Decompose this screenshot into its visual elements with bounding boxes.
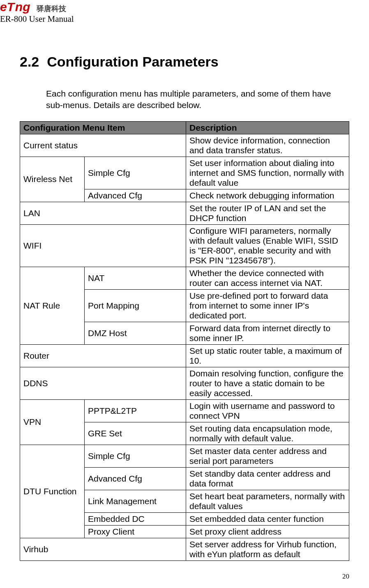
section-intro: Each configuration menu has multiple par… — [46, 88, 349, 111]
cell-desc: Set master data center address and seria… — [186, 445, 349, 467]
cell-sub: Embedded DC — [85, 512, 186, 525]
cell-desc: Set proxy client address — [186, 525, 349, 538]
section-heading: Configuration Parameters — [47, 54, 219, 69]
cell-menu: Router — [20, 344, 186, 367]
cell-sub: Advanced Cfg — [85, 467, 186, 490]
cell-menu: WIFI — [20, 224, 186, 267]
cell-desc: Forward data from internet directly to s… — [186, 322, 349, 344]
page-number: 20 — [342, 572, 349, 581]
table-row: DTU Function Simple Cfg Set master data … — [20, 445, 349, 467]
cell-sub: PPTP&L2TP — [85, 399, 186, 422]
th-menu: Configuration Menu Item — [20, 121, 186, 134]
cell-desc: Show device information, connection and … — [186, 134, 349, 157]
cell-menu: DDNS — [20, 367, 186, 399]
section-title: 2.2 Configuration Parameters — [20, 54, 349, 70]
page-header: eT ng 驿唐科技 ER-800 User Manual — [0, 0, 369, 24]
cell-sub: GRE Set — [85, 422, 186, 445]
table-row: Wireless Net Simple Cfg Set user informa… — [20, 157, 349, 189]
table-header-row: Configuration Menu Item Description — [20, 121, 349, 134]
configuration-table: Configuration Menu Item Description Curr… — [20, 121, 349, 561]
cell-sub: Advanced Cfg — [85, 189, 186, 202]
cell-menu: Wireless Net — [20, 157, 85, 202]
logo: eT ng 驿唐科技 — [0, 0, 369, 14]
cell-sub: NAT — [85, 267, 186, 289]
cell-sub: Proxy Client — [85, 525, 186, 538]
cell-desc: Set standby data center address and data… — [186, 467, 349, 490]
cell-desc: Set embedded data center function — [186, 512, 349, 525]
cell-desc: Set server address for Virhub function, … — [186, 538, 349, 560]
cell-menu: LAN — [20, 202, 186, 224]
cell-desc: Set the router IP of LAN and set the DHC… — [186, 202, 349, 224]
table-row: Router Set up static router table, a max… — [20, 344, 349, 367]
cell-desc: Domain resolving function, configure the… — [186, 367, 349, 399]
cell-desc: Whether the device connected with router… — [186, 267, 349, 289]
cell-sub: Simple Cfg — [85, 445, 186, 467]
th-desc: Description — [186, 121, 349, 134]
cell-sub: DMZ Host — [85, 322, 186, 344]
cell-sub: Link Management — [85, 490, 186, 512]
cell-desc: Login with username and password to conn… — [186, 399, 349, 422]
cell-desc: Configure WIFI parameters, normally with… — [186, 224, 349, 267]
table-row: Current status Show device information, … — [20, 134, 349, 157]
logo-chinese: 驿唐科技 — [37, 5, 66, 13]
cell-sub: Port Mapping — [85, 289, 186, 322]
cell-desc: Use pre-defined port to forward data fro… — [186, 289, 349, 322]
table-row: LAN Set the router IP of LAN and set the… — [20, 202, 349, 224]
cell-menu: Current status — [20, 134, 186, 157]
cell-sub: Simple Cfg — [85, 157, 186, 189]
cell-menu: DTU Function — [20, 445, 85, 538]
table-row: Virhub Set server address for Virhub fun… — [20, 538, 349, 560]
logo-text-1: eT — [0, 0, 14, 14]
page-content: 2.2 Configuration Parameters Each config… — [0, 24, 369, 561]
cell-desc: Set heart beat parameters, normally with… — [186, 490, 349, 512]
cell-desc: Check network debugging information — [186, 189, 349, 202]
manual-title: ER-800 User Manual — [0, 14, 369, 24]
cell-menu: Virhub — [20, 538, 186, 560]
cell-menu: VPN — [20, 399, 85, 445]
logo-text-2: ng — [15, 0, 30, 14]
section-number: 2.2 — [20, 54, 39, 69]
table-row: DDNS Domain resolving function, configur… — [20, 367, 349, 399]
cell-menu: NAT Rule — [20, 267, 85, 344]
table-row: NAT Rule NAT Whether the device connecte… — [20, 267, 349, 289]
table-row: WIFI Configure WIFI parameters, normally… — [20, 224, 349, 267]
cell-desc: Set up static router table, a maximum of… — [186, 344, 349, 367]
cell-desc: Set user information about dialing into … — [186, 157, 349, 189]
cell-desc: Set routing data encapsulation mode, nor… — [186, 422, 349, 445]
table-row: VPN PPTP&L2TP Login with username and pa… — [20, 399, 349, 422]
